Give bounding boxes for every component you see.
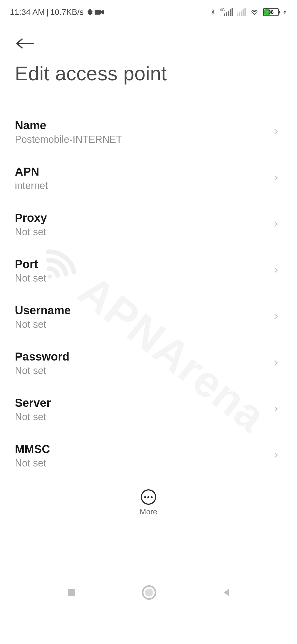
setting-label: APN	[15, 165, 48, 178]
setting-value: Postemobile-INTERNET	[15, 134, 122, 145]
chevron-right-icon	[272, 172, 279, 185]
status-separator: |	[46, 7, 49, 17]
setting-label: MMSC	[15, 443, 50, 456]
chevron-right-icon	[272, 311, 279, 323]
chevron-right-icon	[272, 126, 279, 138]
setting-value: Not set	[15, 411, 51, 423]
svg-rect-1	[95, 10, 101, 15]
svg-rect-4	[68, 589, 75, 596]
setting-label: Name	[15, 119, 122, 132]
camera-icon	[95, 9, 104, 15]
setting-label: Username	[15, 304, 71, 317]
nav-recents-button[interactable]	[65, 586, 77, 599]
setting-row-name[interactable]: Name Postemobile-INTERNET	[15, 109, 282, 155]
nav-back-button[interactable]	[221, 586, 232, 599]
more-label: More	[140, 507, 157, 516]
system-nav-bar	[0, 569, 297, 616]
chevron-right-icon	[272, 449, 279, 462]
setting-value: Not set	[15, 457, 50, 469]
setting-value: Not set	[15, 365, 69, 376]
signal-sim1-icon	[224, 9, 233, 16]
setting-label: Password	[15, 350, 69, 363]
signal-sim2-icon	[237, 9, 246, 16]
setting-label: Server	[15, 396, 51, 410]
nav-home-button[interactable]	[141, 585, 157, 600]
setting-row-mmsc[interactable]: MMSC Not set	[15, 433, 282, 479]
setting-row-apn[interactable]: APN internet	[15, 155, 282, 201]
setting-value: Not set	[15, 319, 71, 330]
chevron-right-icon	[272, 357, 279, 370]
app-body: Edit access point Name Postemobile-INTER…	[0, 20, 297, 525]
svg-point-2	[254, 14, 255, 15]
square-icon	[65, 586, 77, 599]
wifi-icon	[250, 8, 259, 16]
setting-label: Proxy	[15, 211, 47, 225]
chevron-right-icon	[272, 218, 279, 231]
bluetooth-icon	[210, 7, 216, 17]
triangle-left-icon	[221, 586, 232, 599]
circle-icon	[141, 585, 157, 600]
settings-list: Name Postemobile-INTERNET APN internet P…	[15, 109, 282, 525]
more-button[interactable]: More	[140, 489, 157, 516]
arrow-left-icon	[15, 38, 35, 49]
charging-bolt-icon	[283, 8, 287, 16]
back-button[interactable]	[15, 36, 37, 51]
setting-row-proxy[interactable]: Proxy Not set	[15, 201, 282, 248]
more-icon	[141, 489, 156, 505]
setting-row-password[interactable]: Password Not set	[15, 340, 282, 386]
chevron-right-icon	[272, 264, 279, 277]
setting-row-username[interactable]: Username Not set	[15, 294, 282, 340]
setting-row-server[interactable]: Server Not set	[15, 386, 282, 433]
setting-value: Not set	[15, 226, 47, 238]
battery-icon: 38	[263, 8, 279, 16]
status-bar: 11:34 AM | 10.7KB/s 4G 38	[0, 0, 297, 20]
setting-value: Not set	[15, 272, 46, 284]
setting-value: internet	[15, 180, 48, 192]
svg-point-6	[145, 589, 153, 597]
gear-icon	[85, 8, 93, 16]
battery-percent: 38	[264, 9, 278, 15]
network-type-label: 4G	[220, 7, 225, 12]
status-time: 11:34 AM	[10, 7, 45, 17]
page-title: Edit access point	[15, 62, 282, 85]
status-data-rate: 10.7KB/s	[50, 7, 84, 17]
chevron-right-icon	[272, 403, 279, 416]
setting-label: Port	[15, 258, 46, 271]
setting-row-port[interactable]: Port Not set	[15, 248, 282, 294]
action-bar: More	[0, 478, 297, 522]
